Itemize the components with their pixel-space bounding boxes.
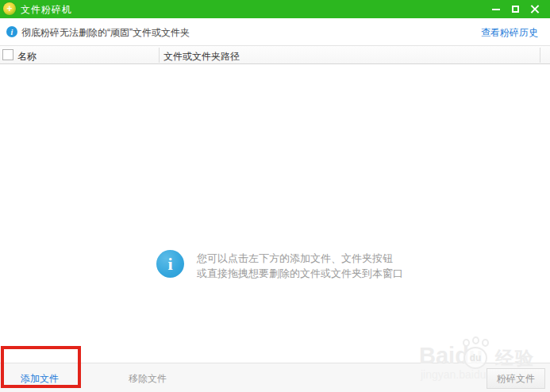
infobar: i 彻底粉碎无法删除的“顽固”文件或文件夹 查看粉碎历史 [0, 18, 550, 45]
maximize-icon [512, 6, 519, 13]
app-icon: + [3, 2, 16, 15]
file-list-area[interactable]: i 您可以点击左下方的添加文件、文件夹按钮 或直接拖拽想要删除的文件或文件夹到本… [0, 65, 550, 363]
app-icon-plus-glyph: + [6, 4, 12, 13]
baidu-paw-icon: du [462, 341, 490, 370]
baidu-paw-pad: du [463, 347, 487, 369]
info-circle-icon: i [156, 250, 184, 278]
column-header-path[interactable]: 文件或文件夹路径 [163, 50, 240, 63]
column-divider [540, 48, 540, 63]
infobar-description: 彻底粉碎无法删除的“顽固”文件或文件夹 [21, 26, 190, 40]
column-divider [159, 48, 160, 63]
remove-files-button[interactable]: 移除文件 [129, 372, 167, 386]
baidu-watermark-zh: 经验 [495, 346, 535, 371]
info-icon: i [6, 26, 17, 37]
file-list-header: 名称 文件或文件夹路径 [0, 45, 550, 64]
empty-state-text: 您可以点击左下方的添加文件、文件夹按钮 或直接拖拽想要删除的文件或文件夹到本窗口 [197, 251, 403, 281]
add-files-button[interactable]: 添加文件 [21, 372, 59, 386]
select-all-checkbox[interactable] [2, 49, 13, 60]
minimize-icon [492, 9, 500, 10]
maximize-button[interactable] [506, 0, 525, 18]
empty-state-hint: i 您可以点击左下方的添加文件、文件夹按钮 或直接拖拽想要删除的文件或文件夹到本… [156, 250, 403, 281]
window-controls [487, 0, 544, 18]
empty-state-line1: 您可以点击左下方的添加文件、文件夹按钮 [197, 251, 403, 266]
file-shredder-window: + 文件粉碎机 i 彻底粉碎无法删除的“顽固”文件或文件夹 查看粉碎历史 名称 … [0, 0, 550, 392]
baidu-watermark: Baidu du 经验 jingyan.baidu.com [419, 333, 550, 370]
shred-files-button[interactable]: 粉碎文件 [487, 368, 545, 389]
close-button[interactable] [525, 0, 544, 18]
column-header-name[interactable]: 名称 [17, 50, 37, 63]
empty-state-line2: 或直接拖拽想要删除的文件或文件夹到本窗口 [197, 266, 403, 281]
titlebar: + 文件粉碎机 [0, 0, 550, 18]
close-icon [530, 5, 539, 13]
baidu-watermark-logo: Baidu du 经验 jingyan.baidu.com [419, 333, 550, 370]
minimize-button[interactable] [487, 0, 506, 18]
window-title: 文件粉碎机 [21, 3, 72, 17]
view-shred-history-link[interactable]: 查看粉碎历史 [481, 26, 538, 40]
